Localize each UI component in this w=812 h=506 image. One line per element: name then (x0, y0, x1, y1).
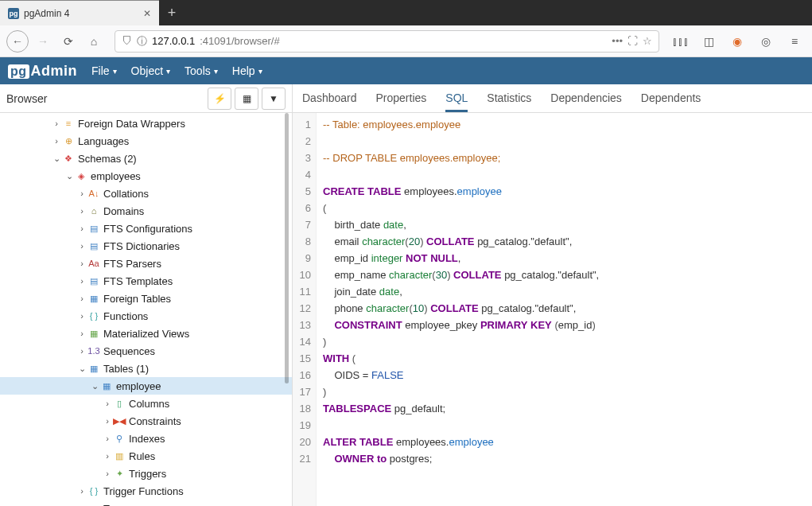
twisty-icon[interactable]: › (76, 486, 87, 496)
node-label: FTS Dictionaries (103, 240, 180, 252)
node-label: Languages (78, 135, 129, 147)
tree-node[interactable]: ›{ }Functions (0, 307, 292, 325)
library-icon[interactable]: ⫿⫿⫿ (669, 30, 691, 53)
tree-node[interactable]: ⌄▦employee (0, 377, 292, 395)
view-data-button[interactable]: ▦ (235, 88, 258, 110)
twisty-icon[interactable]: › (102, 469, 113, 478)
twisty-icon[interactable]: › (76, 329, 87, 338)
tree-node[interactable]: ›✦Triggers (0, 465, 292, 482)
node-icon: ✦ (113, 467, 126, 480)
url-host: 127.0.0.1 (152, 35, 195, 47)
tab-title: pgAdmin 4 (24, 8, 69, 19)
tree-node[interactable]: ›AaFTS Parsers (0, 255, 292, 272)
reader-icon[interactable]: ⛶ (627, 35, 638, 47)
node-icon: ▤ (87, 274, 100, 287)
twisty-icon[interactable]: › (102, 434, 113, 443)
tree-node[interactable]: ⌄▦Tables (1) (0, 360, 292, 377)
tree-node[interactable]: ›1.3Sequences (0, 342, 292, 360)
sql-code[interactable]: -- Table: employees.employee -- DROP TAB… (317, 113, 812, 506)
main-panel: DashboardPropertiesSQLStatisticsDependen… (293, 84, 812, 506)
twisty-icon[interactable]: › (76, 311, 87, 321)
tab-dependencies[interactable]: Dependencies (550, 85, 622, 112)
menu-tools[interactable]: Tools▾ (185, 64, 218, 77)
tree-node[interactable]: ⌄❖Schemas (2) (0, 150, 292, 167)
node-label: Tables (1) (103, 363, 149, 375)
twisty-icon[interactable]: ⌄ (89, 381, 100, 391)
node-label: Schemas (2) (78, 153, 137, 165)
hamburger-icon[interactable]: ≡ (783, 30, 806, 53)
tree-node[interactable]: ›▤FTS Templates (0, 272, 292, 290)
twisty-icon[interactable]: ⌄ (64, 171, 75, 181)
tree-node[interactable]: ›⊕Languages (0, 132, 292, 150)
tree-scrollbar[interactable] (285, 113, 289, 383)
node-icon: Aa (87, 257, 100, 270)
node-label: Triggers (129, 468, 166, 480)
star-icon[interactable]: ☆ (643, 35, 652, 47)
node-label: Functions (103, 310, 148, 322)
app-topbar: pgAdmin File▾Object▾Tools▾Help▾ (0, 57, 812, 84)
meatball-icon[interactable]: ••• (612, 35, 623, 47)
twisty-icon[interactable]: › (102, 399, 113, 408)
twisty-icon[interactable]: › (102, 451, 113, 461)
menu-object[interactable]: Object▾ (131, 64, 170, 77)
tree-node[interactable]: ›▦Foreign Tables (0, 290, 292, 307)
twisty-icon[interactable]: › (102, 416, 113, 426)
new-tab-button[interactable]: + (159, 0, 185, 25)
tree-node[interactable]: ›▯Columns (0, 395, 292, 412)
menu-help[interactable]: Help▾ (232, 64, 262, 77)
twisty-icon[interactable]: › (76, 206, 87, 216)
tree-node[interactable]: ›▦Materialized Views (0, 325, 292, 342)
tree-node[interactable]: ⌄◈employees (0, 167, 292, 185)
twisty-icon[interactable]: › (76, 346, 87, 356)
account-icon[interactable]: ◎ (755, 30, 777, 53)
twisty-icon[interactable]: › (51, 136, 62, 146)
tree-node[interactable]: ›▶◀Constraints (0, 412, 292, 430)
node-icon: ▤ (87, 222, 100, 235)
tab-statistics[interactable]: Statistics (487, 85, 531, 112)
tree-node[interactable]: ›▤FTS Configurations (0, 220, 292, 237)
url-bar[interactable]: ⛉ ⓘ 127.0.0.1:41091/browser/# ••• ⛶ ☆ (115, 30, 659, 53)
tab-dashboard[interactable]: Dashboard (302, 85, 357, 112)
node-label: Collations (103, 188, 149, 200)
filter-button[interactable]: ▼ (262, 88, 286, 110)
node-label: FTS Parsers (103, 258, 161, 270)
twisty-icon[interactable]: › (76, 189, 87, 198)
twisty-icon[interactable]: ⌄ (51, 154, 62, 164)
tree-node[interactable]: ›▦Types (0, 500, 292, 506)
node-icon: ❖ (62, 152, 75, 165)
forward-button[interactable]: → (32, 30, 54, 53)
twisty-icon[interactable]: › (76, 224, 87, 233)
twisty-icon[interactable]: ⌄ (76, 364, 87, 374)
browser-tab[interactable]: pg pgAdmin 4 ✕ (0, 0, 159, 25)
tab-sql[interactable]: SQL (445, 85, 468, 112)
twisty-icon[interactable]: › (76, 294, 87, 303)
sidebar-header: Browser ⚡ ▦ ▼ (0, 84, 292, 113)
back-button[interactable]: ← (6, 30, 29, 53)
tree-node[interactable]: ›⌂Domains (0, 202, 292, 220)
node-label: employee (116, 380, 161, 392)
tree-node[interactable]: ›⚲Indexes (0, 430, 292, 447)
tab-properties[interactable]: Properties (376, 85, 427, 112)
node-icon: ▦ (87, 502, 100, 506)
menu-file[interactable]: File▾ (91, 64, 117, 77)
twisty-icon[interactable]: › (76, 276, 87, 286)
tree-node[interactable]: ›{ }Trigger Functions (0, 482, 292, 500)
extension-icon[interactable]: ◉ (726, 30, 748, 53)
twisty-icon[interactable]: › (76, 259, 87, 268)
node-icon: { } (87, 309, 100, 322)
node-label: Foreign Tables (103, 293, 171, 305)
query-tool-button[interactable]: ⚡ (208, 88, 231, 110)
tab-close-icon[interactable]: ✕ (143, 8, 151, 19)
twisty-icon[interactable]: › (76, 241, 87, 251)
sidebar-icon[interactable]: ◫ (697, 30, 720, 53)
tree-node[interactable]: ›A↓Collations (0, 185, 292, 202)
node-label: employees (91, 170, 141, 182)
tree-node[interactable]: ›▤FTS Dictionaries (0, 237, 292, 255)
tree-node[interactable]: ›≡Foreign Data Wrappers (0, 115, 292, 132)
tree-node[interactable]: ›▥Rules (0, 447, 292, 465)
tab-dependents[interactable]: Dependents (641, 85, 701, 112)
twisty-icon[interactable]: › (51, 119, 62, 128)
reload-button[interactable]: ⟳ (57, 30, 80, 53)
object-tree[interactable]: ›≡Foreign Data Wrappers›⊕Languages⌄❖Sche… (0, 113, 292, 506)
home-button[interactable]: ⌂ (83, 30, 105, 53)
